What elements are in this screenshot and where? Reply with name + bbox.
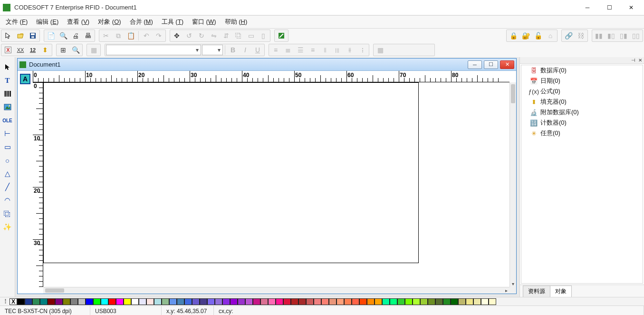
menu-h[interactable]: 帮助 (H): [221, 16, 251, 28]
redo-button[interactable]: ↷: [153, 30, 164, 41]
mode-button[interactable]: ⊞: [58, 45, 69, 55]
color-swatch[interactable]: [466, 298, 473, 305]
color-swatch[interactable]: [298, 298, 306, 305]
design-mode-button[interactable]: [276, 30, 287, 41]
color-swatch[interactable]: [260, 298, 268, 305]
paste-button[interactable]: 📋: [125, 30, 136, 41]
color-bar-handle[interactable]: ⋮: [2, 298, 9, 305]
color-swatch[interactable]: [245, 298, 253, 305]
text-tool[interactable]: T: [2, 75, 13, 86]
triangle-tool[interactable]: △: [2, 168, 13, 179]
vertical-scrollbar[interactable]: ▴ ▾: [509, 82, 516, 287]
color-swatch[interactable]: [405, 298, 413, 305]
color-swatch[interactable]: [489, 298, 496, 305]
flip-button[interactable]: ⇋: [208, 30, 220, 41]
color-swatch[interactable]: [86, 298, 93, 305]
color-swatch[interactable]: [435, 298, 443, 305]
color-swatch[interactable]: [48, 298, 55, 305]
flip-v-button[interactable]: ⇵: [221, 30, 232, 41]
color-swatch[interactable]: [329, 298, 336, 305]
datasource-item[interactable]: 🔢计数器(0): [521, 118, 643, 128]
copy-button[interactable]: ⧉: [113, 30, 124, 41]
color-swatch[interactable]: [336, 298, 344, 305]
arc-tool[interactable]: ◠: [2, 195, 13, 206]
color-swatch[interactable]: [184, 298, 192, 305]
window-close-button[interactable]: ✕: [620, 0, 642, 15]
canvas-area[interactable]: [43, 82, 509, 287]
color-swatch[interactable]: [352, 298, 359, 305]
scrollbar-thumb[interactable]: [511, 84, 515, 103]
menu-e[interactable]: 编辑 (E): [32, 16, 62, 28]
document-titlebar[interactable]: Document1 ─ ☐ ✕: [18, 59, 516, 71]
menu-f[interactable]: 文件 (F): [2, 16, 31, 28]
color-swatch[interactable]: [390, 298, 397, 305]
color-swatch[interactable]: [192, 298, 200, 305]
barcode-c-button[interactable]: ▯▮: [618, 30, 629, 41]
format-b-button[interactable]: XX: [15, 45, 26, 55]
align-a-button[interactable]: ≡: [270, 45, 281, 55]
format-c-button[interactable]: 12: [27, 45, 38, 55]
home-button[interactable]: ⌂: [545, 30, 556, 41]
format-d-button[interactable]: ⬍: [39, 45, 51, 55]
stack-tool[interactable]: ⿻: [2, 208, 13, 219]
rect-tool[interactable]: ▭: [2, 142, 13, 152]
color-swatch[interactable]: [397, 298, 405, 305]
rotate-left-button[interactable]: ↺: [183, 30, 195, 41]
scrollbar-thumb[interactable]: [45, 288, 64, 293]
color-swatch[interactable]: [344, 298, 352, 305]
lockall-button[interactable]: 🔐: [520, 30, 531, 41]
vertical-ruler[interactable]: 0102030: [33, 82, 43, 287]
lock-button[interactable]: 🔒: [508, 30, 519, 41]
datasource-item[interactable]: ⬍填充器(0): [521, 97, 643, 107]
circle-tool[interactable]: ○: [2, 155, 13, 166]
color-swatch[interactable]: [154, 298, 162, 305]
undo-button[interactable]: ↶: [141, 30, 152, 41]
barcode-a-button[interactable]: ▮▮: [593, 30, 605, 41]
image-tool[interactable]: [2, 102, 13, 112]
horizontal-ruler[interactable]: 01020304050607080: [33, 71, 509, 82]
window-minimize-button[interactable]: ─: [577, 0, 598, 15]
document-close-button[interactable]: ✕: [500, 60, 514, 69]
scroll-down-icon[interactable]: ▾: [510, 280, 516, 287]
datasource-tree[interactable]: 🗄数据库(0)📅日期(0)ƒ(x)公式(0)⬍填充器(0)🔬附加数据库(0)🔢计…: [521, 65, 643, 284]
color-swatch[interactable]: [253, 298, 260, 305]
ole-tool[interactable]: OLE: [2, 115, 13, 126]
color-none-swatch[interactable]: X: [10, 298, 17, 305]
menu-m[interactable]: 合并 (M): [126, 16, 157, 28]
color-swatch[interactable]: [93, 298, 101, 305]
color-swatch[interactable]: [230, 298, 238, 305]
align-e-button[interactable]: ⫶: [356, 45, 368, 55]
unlink-button[interactable]: ⛓: [575, 30, 586, 41]
color-swatch[interactable]: [70, 298, 78, 305]
scroll-right-icon[interactable]: ▸: [503, 287, 509, 294]
color-swatch[interactable]: [283, 298, 291, 305]
datasource-item[interactable]: ƒ(x)公式(0): [521, 86, 643, 97]
horizontal-scrollbar[interactable]: ◂ ▸: [43, 287, 509, 294]
align-c-button[interactable]: ⫼: [332, 45, 343, 55]
anchor-tool[interactable]: ⊢: [2, 128, 13, 139]
link-button[interactable]: 🔗: [563, 30, 574, 41]
a-box-icon[interactable]: A: [20, 74, 30, 84]
align-right-button[interactable]: ≡: [307, 45, 318, 55]
quick-print-button[interactable]: 🖶: [82, 30, 94, 41]
save-button[interactable]: [27, 30, 38, 41]
print-button[interactable]: 🖨: [70, 30, 81, 41]
align-b-button[interactable]: ⫴: [319, 45, 331, 55]
print-preview-button[interactable]: 🔍: [58, 30, 69, 41]
color-swatch[interactable]: [124, 298, 131, 305]
underline-button[interactable]: U: [252, 45, 263, 55]
color-swatch[interactable]: [428, 298, 435, 305]
align-center-button[interactable]: ☰: [295, 45, 306, 55]
rotate-right-button[interactable]: ↻: [196, 30, 207, 41]
format-a-button[interactable]: X: [2, 45, 14, 55]
label-page[interactable]: [43, 82, 419, 263]
color-swatch[interactable]: [359, 298, 367, 305]
color-swatch[interactable]: [101, 298, 108, 305]
pointer-tool[interactable]: [2, 62, 13, 72]
font-combo[interactable]: ▾: [106, 45, 201, 55]
align-left-button[interactable]: ≣: [282, 45, 294, 55]
group-button[interactable]: ▭: [245, 30, 257, 41]
color-swatch[interactable]: [375, 298, 382, 305]
menu-o[interactable]: 对象 (O): [94, 16, 125, 28]
color-swatch[interactable]: [413, 298, 420, 305]
